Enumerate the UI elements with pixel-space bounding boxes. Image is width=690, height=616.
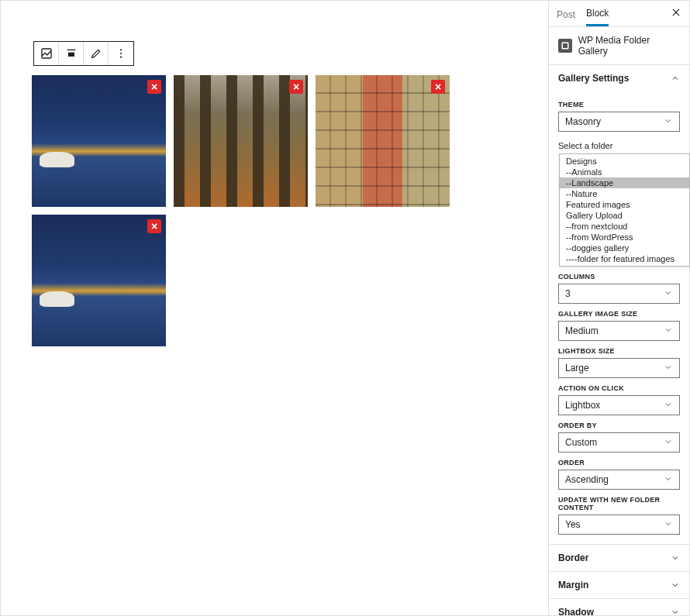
remove-image-button[interactable]: × [147,219,161,233]
lightbox-size-label: LIGHTBOX SIZE [558,347,680,355]
folder-option[interactable]: ----folder for featured images [560,253,689,264]
chevron-down-icon [664,288,673,300]
lightbox-size-value: Large [565,363,589,373]
edit-button[interactable] [84,42,109,65]
thumb-image [32,75,166,207]
svg-rect-9 [563,43,568,48]
panel-header-margin[interactable]: Margin [549,572,689,598]
chevron-down-icon [664,116,673,128]
chevron-down-icon [664,325,673,337]
image-icon [40,47,53,60]
close-sidebar-button[interactable] [671,7,681,21]
block-icon [558,39,572,53]
panel-title: Margin [558,580,588,590]
gallery-grid: × × × × [32,75,517,346]
close-icon [671,7,681,18]
thumb-image [32,215,166,346]
orderby-value: Custom [565,437,597,448]
app-root: × × × × Post Block [0,0,690,616]
orderby-select[interactable]: Custom [558,432,680,453]
thumb-image [316,75,450,207]
folder-option[interactable]: --Landscape [560,177,689,188]
folder-option[interactable]: --Animals [560,167,689,177]
panel-gallery-settings: Gallery Settings THEME Masonry Select a … [549,65,689,545]
settings-sidebar: Post Block WP Media Folder Gallery Galle… [548,1,689,615]
columns-value: 3 [565,288,571,299]
panel-border: Border [549,545,689,572]
chevron-down-icon [664,519,673,531]
remove-image-button[interactable]: × [289,80,303,94]
columns-label: COLUMNS [558,273,680,280]
theme-value: Masonry [565,116,601,127]
folder-select-dropdown[interactable]: Designs--Animals--Landscape--NatureFeatu… [559,153,690,267]
gallery-thumb[interactable]: × [174,75,308,207]
panel-shadow: Shadow [549,599,689,616]
theme-label: THEME [558,101,680,108]
chevron-down-icon [664,474,673,486]
svg-point-5 [120,57,122,58]
chevron-down-icon [664,363,673,374]
sidebar-tabs: Post Block [549,1,689,27]
orderby-label: ORDER BY [558,422,680,429]
svg-rect-2 [68,53,74,57]
image-size-value: Medium [565,325,599,336]
chevron-down-icon [671,580,680,590]
folder-option[interactable]: --doggies gallery [560,243,689,253]
action-label: ACTION ON CLICK [558,384,680,392]
panel-margin: Margin [549,572,689,599]
block-type-button[interactable] [34,42,59,65]
folder-option[interactable]: Gallery Upload [560,210,689,221]
panel-title: Shadow [558,607,594,616]
gallery-thumb[interactable]: × [316,75,450,207]
gallery-thumb[interactable]: × [32,215,166,346]
chevron-up-icon [671,74,680,83]
columns-select[interactable]: 3 [558,284,680,304]
panel-header-shadow[interactable]: Shadow [549,599,689,616]
tab-post[interactable]: Post [557,2,575,26]
order-select[interactable]: Ascending [558,470,680,490]
svg-point-3 [120,49,122,50]
chevron-down-icon [664,400,673,411]
thumb-image [174,75,308,207]
tab-block[interactable]: Block [586,1,609,26]
more-options-button[interactable] [109,42,133,65]
panel-title: Border [558,552,588,563]
order-label: ORDER [558,459,680,466]
order-value: Ascending [565,474,609,485]
svg-rect-0 [42,49,51,58]
align-icon [65,47,78,60]
folder-option[interactable]: --Nature [560,188,689,199]
remove-image-button[interactable]: × [147,80,161,94]
chevron-down-icon [671,553,680,563]
gallery-thumb[interactable]: × [32,75,166,207]
pencil-icon [90,47,102,60]
theme-select[interactable]: Masonry [558,112,680,132]
chevron-down-icon [671,607,680,616]
image-size-label: GALLERY IMAGE SIZE [558,310,680,318]
image-size-select[interactable]: Medium [558,321,680,341]
folder-option[interactable]: --from nextcloud [560,221,689,232]
block-title-text: WP Media Folder Gallery [578,35,680,57]
panel-body-gallery-settings: THEME Masonry Select a folder Designs--A… [549,91,689,544]
action-select[interactable]: Lightbox [558,395,680,415]
action-value: Lightbox [565,400,600,411]
update-label: UPDATE WITH NEW FOLDER CONTENT [558,496,680,511]
folder-option[interactable]: --from WordPress [560,232,689,243]
panel-header-gallery-settings[interactable]: Gallery Settings [549,65,689,91]
lightbox-size-select[interactable]: Large [558,358,680,378]
update-select[interactable]: Yes [558,514,680,535]
folder-option[interactable]: Designs [560,156,689,167]
update-value: Yes [565,519,581,530]
remove-image-button[interactable]: × [431,80,445,94]
align-button[interactable] [59,42,84,65]
block-toolbar [33,41,134,66]
panel-header-border[interactable]: Border [549,545,689,571]
editor-canvas: × × × × [1,1,548,615]
panel-title: Gallery Settings [558,73,629,84]
chevron-down-icon [664,437,673,449]
svg-point-4 [120,53,122,54]
block-title-row: WP Media Folder Gallery [549,27,689,65]
folder-option[interactable]: Featured images [560,199,689,210]
more-vertical-icon [115,47,127,60]
folder-label: Select a folder [558,141,680,150]
